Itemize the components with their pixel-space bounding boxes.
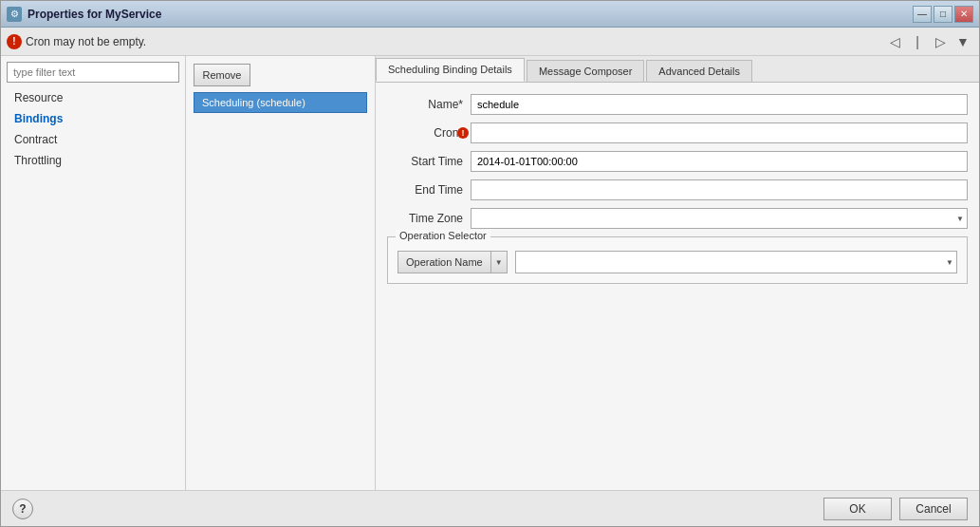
tab-message-composer[interactable]: Message Composer: [527, 60, 644, 82]
operation-selector-group: Operation Selector Operation Name ▼: [387, 236, 968, 284]
time-zone-label: Time Zone: [387, 212, 463, 225]
end-time-row: End Time: [387, 179, 968, 200]
cron-error-icon: !: [457, 127, 469, 139]
operation-name-dropdown-arrow[interactable]: ▼: [490, 251, 507, 273]
operation-selector-row: Operation Name ▼: [398, 251, 957, 273]
sidebar-item-contract[interactable]: Contract: [7, 130, 179, 149]
tab-content: Name* Cron* ! Start Time: [376, 83, 979, 490]
start-time-input[interactable]: [471, 151, 968, 172]
right-panel: Scheduling Binding Details Message Compo…: [376, 56, 979, 490]
end-time-input[interactable]: [471, 179, 968, 200]
minimize-button[interactable]: —: [913, 6, 932, 23]
cancel-button[interactable]: Cancel: [899, 498, 968, 520]
cron-row: Cron* !: [387, 122, 968, 143]
cron-input[interactable]: [471, 122, 968, 143]
maximize-button[interactable]: □: [934, 6, 952, 23]
help-button[interactable]: ?: [12, 499, 33, 519]
operation-value-wrapper: [515, 251, 957, 273]
tab-advanced-details[interactable]: Advanced Details: [646, 60, 752, 82]
bottom-actions: OK Cancel: [823, 498, 968, 520]
error-message: Cron may not be empty.: [26, 35, 146, 48]
sidebar: Resource Bindings Contract Throttling: [1, 56, 186, 490]
operation-name-label: Operation Name: [398, 256, 490, 268]
nav-back-button[interactable]: ◁: [884, 31, 905, 52]
time-zone-select-wrapper: [471, 208, 968, 229]
main-content: Resource Bindings Contract Throttling Re…: [1, 56, 979, 490]
sidebar-items: Resource Bindings Contract Throttling: [7, 88, 179, 170]
end-time-label: End Time: [387, 183, 463, 197]
close-button[interactable]: ✕: [954, 6, 973, 23]
sidebar-item-resource[interactable]: Resource: [7, 88, 179, 107]
remove-button[interactable]: Remove: [194, 64, 250, 86]
name-row: Name*: [387, 94, 968, 115]
nav-dropdown-button[interactable]: ▼: [952, 31, 973, 52]
center-panel: Remove Scheduling (schedule): [186, 56, 376, 490]
nav-forward-button[interactable]: ▷: [930, 31, 951, 52]
cron-field-wrapper: !: [471, 122, 968, 143]
main-window: ⚙ Properties for MyService — □ ✕ ! Cron …: [0, 0, 980, 527]
cron-label: Cron*: [387, 126, 463, 140]
filter-input[interactable]: [7, 62, 179, 83]
window-icon: ⚙: [7, 7, 22, 22]
title-bar: ⚙ Properties for MyService — □ ✕: [1, 1, 979, 28]
start-time-row: Start Time: [387, 151, 968, 172]
start-time-label: Start Time: [387, 155, 463, 168]
window-title: Properties for MyService: [28, 8, 913, 21]
name-input[interactable]: [471, 94, 968, 115]
title-bar-buttons: — □ ✕: [913, 6, 973, 23]
schedule-item[interactable]: Scheduling (schedule): [194, 92, 367, 113]
error-icon: !: [7, 34, 22, 49]
tabs: Scheduling Binding Details Message Compo…: [376, 56, 979, 83]
ok-button[interactable]: OK: [823, 498, 892, 520]
bottom-bar: ? OK Cancel: [1, 490, 979, 526]
operation-name-button[interactable]: Operation Name ▼: [398, 251, 508, 273]
sidebar-item-bindings[interactable]: Bindings: [7, 109, 179, 128]
nav-buttons: ◁ | ▷ ▼: [884, 31, 973, 52]
time-zone-select[interactable]: [471, 208, 968, 229]
name-label: Name*: [387, 98, 463, 111]
sidebar-item-throttling[interactable]: Throttling: [7, 151, 179, 170]
nav-separator: |: [907, 31, 928, 52]
tab-scheduling-binding-details[interactable]: Scheduling Binding Details: [376, 58, 525, 82]
toolbar: ! Cron may not be empty. ◁ | ▷ ▼: [1, 28, 979, 56]
operation-value-select[interactable]: [515, 251, 957, 273]
operation-selector-legend: Operation Selector: [396, 230, 490, 241]
time-zone-row: Time Zone: [387, 208, 968, 229]
